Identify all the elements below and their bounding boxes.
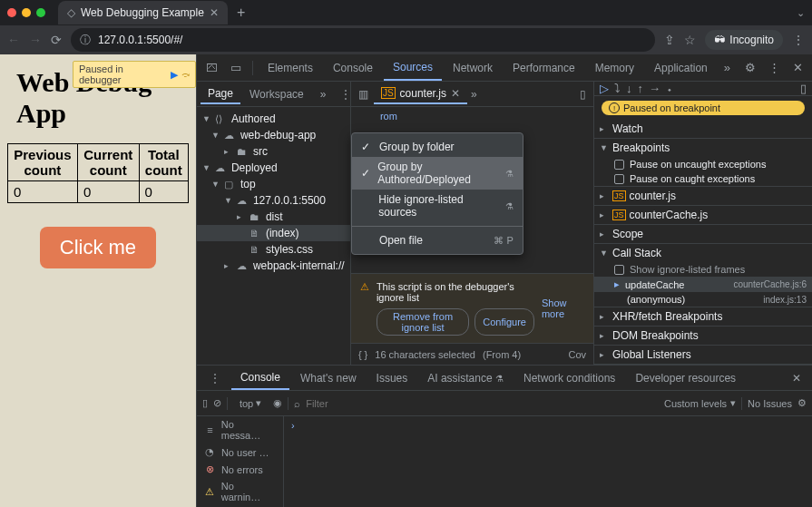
browser-menu-icon[interactable]: ⋮ xyxy=(792,33,805,47)
bp-counter[interactable]: ▸JScounter.js xyxy=(594,187,812,205)
tab-sources[interactable]: Sources xyxy=(384,55,442,81)
step-icon[interactable]: ⤼ xyxy=(181,69,190,81)
drawer-tab-issues[interactable]: Issues xyxy=(367,367,417,389)
share-icon[interactable]: ⇪ xyxy=(664,33,675,47)
maximize-window-icon[interactable] xyxy=(36,8,45,17)
tab-network[interactable]: Network xyxy=(444,56,502,80)
section-dom[interactable]: ▸DOM Breakpoints xyxy=(594,327,812,345)
console-settings-icon[interactable]: ⚙ xyxy=(797,397,807,409)
incognito-badge[interactable]: 🕶 Incognito xyxy=(705,30,783,50)
msg-warnings[interactable]: ⚠No warnin… xyxy=(197,478,283,505)
tree-deployed[interactable]: ▼☁Deployed xyxy=(197,160,350,176)
section-watch[interactable]: ▸Watch xyxy=(594,120,812,138)
console-filter-input[interactable] xyxy=(306,398,659,409)
close-drawer-icon[interactable]: ✕ xyxy=(785,372,808,385)
tab-console[interactable]: Console xyxy=(324,56,382,80)
close-window-icon[interactable] xyxy=(7,8,16,17)
frame-update-cache[interactable]: ▸updateCachecounterCache.js:6 xyxy=(594,277,812,292)
tree-authored[interactable]: ▼⟨⟩Authored xyxy=(197,111,350,127)
tab-memory[interactable]: Memory xyxy=(586,56,643,80)
close-tab-icon[interactable]: ✕ xyxy=(210,6,219,19)
drawer-tab-ai[interactable]: AI assistance ⚗ xyxy=(418,367,513,389)
step-icon[interactable]: → xyxy=(649,82,660,95)
clear-console-icon[interactable]: ⊘ xyxy=(213,397,221,409)
live-expression-icon[interactable]: ◉ xyxy=(273,397,282,409)
more-tabs-icon[interactable]: » xyxy=(719,57,736,78)
drawer-tab-whatsnew[interactable]: What's new xyxy=(291,367,366,389)
remove-from-ignore-button[interactable]: Remove from ignore list xyxy=(377,308,469,336)
bp-cache[interactable]: ▸JScounterCache.js xyxy=(594,206,812,224)
frame-anonymous[interactable]: (anonymous)index.js:13 xyxy=(594,292,812,307)
settings-icon[interactable]: ⚙ xyxy=(739,57,761,78)
console-sidebar-toggle-icon[interactable]: ▯ xyxy=(202,397,208,409)
msg-user[interactable]: ◔No user … xyxy=(197,444,283,461)
close-devtools-icon[interactable]: ✕ xyxy=(788,57,808,78)
tree-host[interactable]: ▼☁127.0.0.1:5500 xyxy=(197,192,350,209)
tabs-menu-icon[interactable]: ⌄ xyxy=(797,7,805,19)
toggle-debugger-icon[interactable]: ▯ xyxy=(576,88,590,101)
back-icon[interactable]: ← xyxy=(7,33,20,47)
menu-group-by-folder[interactable]: ✓Group by folder xyxy=(352,137,523,157)
msg-errors[interactable]: ⊗No errors xyxy=(197,461,283,478)
show-more-link[interactable]: Show more xyxy=(542,297,584,319)
no-issues-label[interactable]: No Issues xyxy=(748,398,792,409)
show-ignored-frames-checkbox[interactable]: Show ignore-listed frames xyxy=(594,262,812,277)
menu-hide-ignore-listed[interactable]: Hide ignore-listed sources⚗ xyxy=(352,190,523,222)
new-tab-button[interactable]: + xyxy=(231,5,250,21)
url-input[interactable]: ⓘ 127.0.0.1:5500/#/ xyxy=(71,28,655,52)
minimize-window-icon[interactable] xyxy=(22,8,31,17)
site-info-icon[interactable]: ⓘ xyxy=(80,33,91,48)
nav-tab-page[interactable]: Page xyxy=(201,84,240,104)
section-global[interactable]: ▸Global Listeners xyxy=(594,346,812,364)
coverage-label[interactable]: Cov xyxy=(568,349,586,360)
resume-icon[interactable]: ▶ xyxy=(171,69,178,81)
log-levels-selector[interactable]: Custom levels ▾ xyxy=(664,397,736,409)
step-into-icon[interactable]: ↓ xyxy=(626,82,632,95)
step-out-icon[interactable]: ↑ xyxy=(638,82,644,95)
editor-tab-counter[interactable]: JS counter.js ✕ xyxy=(374,84,467,104)
msg-all[interactable]: ≡No messa… xyxy=(197,416,283,444)
device-toolbar-icon[interactable]: ▭ xyxy=(225,57,247,78)
section-xhr[interactable]: ▸XHR/fetch Breakpoints xyxy=(594,307,812,326)
close-file-icon[interactable]: ✕ xyxy=(451,87,460,100)
nav-tab-workspace[interactable]: Workspace xyxy=(242,85,311,103)
tree-top[interactable]: ▼▢top xyxy=(197,176,350,192)
tab-performance[interactable]: Performance xyxy=(504,56,584,80)
toggle-navigator-icon[interactable]: ▥ xyxy=(355,88,372,101)
menu-group-by-authored[interactable]: ✓Group by Authored/Deployed⚗ xyxy=(352,157,523,190)
pause-caught-checkbox[interactable]: Pause on caught exceptions xyxy=(594,171,812,186)
pause-uncaught-checkbox[interactable]: Pause on uncaught exceptions xyxy=(594,157,812,171)
tree-webpack[interactable]: ▸☁webpack-internal:// xyxy=(197,258,350,274)
debugger-menu-icon[interactable]: ▯ xyxy=(800,82,807,95)
console-input[interactable]: › xyxy=(284,416,812,507)
drawer-menu-icon[interactable]: ⋮ xyxy=(201,367,230,389)
nav-more-icon[interactable]: » xyxy=(313,85,334,103)
section-scope[interactable]: ▸Scope xyxy=(594,225,812,243)
tree-dist[interactable]: ▸🖿dist xyxy=(197,209,350,225)
step-over-icon[interactable]: ⤵ xyxy=(614,82,621,95)
drawer-tab-network-conditions[interactable]: Network conditions xyxy=(514,367,624,389)
browser-tab[interactable]: ◇ Web Debugging Example ✕ xyxy=(58,1,228,24)
editor-more-tabs-icon[interactable]: » xyxy=(471,88,477,101)
bookmark-icon[interactable]: ☆ xyxy=(684,33,696,47)
tab-application[interactable]: Application xyxy=(645,56,717,80)
configure-ignore-button[interactable]: Configure xyxy=(474,308,534,336)
code-editor[interactable]: 9 rom tCou = cou revio ✓Group by folder … xyxy=(351,107,593,273)
section-breakpoints[interactable]: ▼Breakpoints xyxy=(594,139,812,157)
drawer-tab-dev-resources[interactable]: Developer resources xyxy=(626,367,745,389)
devtools-menu-icon[interactable]: ⋮ xyxy=(763,57,786,78)
click-me-button[interactable]: Click me xyxy=(40,227,156,268)
section-call-stack[interactable]: ▼Call Stack xyxy=(594,244,812,262)
tab-elements[interactable]: Elements xyxy=(259,56,322,80)
tree-src[interactable]: ▸🖿src xyxy=(197,143,350,160)
resume-button-icon[interactable]: ▷ xyxy=(600,82,609,95)
tree-web-debug-app[interactable]: ▼☁web-debug-app xyxy=(197,127,350,143)
reload-icon[interactable]: ⟳ xyxy=(51,33,62,47)
inspect-icon[interactable]: ⮹ xyxy=(201,57,223,78)
drawer-tab-console[interactable]: Console xyxy=(231,366,289,390)
pretty-print-icon[interactable]: { } xyxy=(358,349,367,360)
deactivate-breakpoints-icon[interactable]: ⬩ xyxy=(666,82,673,95)
menu-open-file[interactable]: Open file⌘ P xyxy=(352,230,523,250)
context-selector[interactable]: top ▾ xyxy=(233,395,268,412)
tree-index[interactable]: 🗎(index) xyxy=(197,225,350,241)
